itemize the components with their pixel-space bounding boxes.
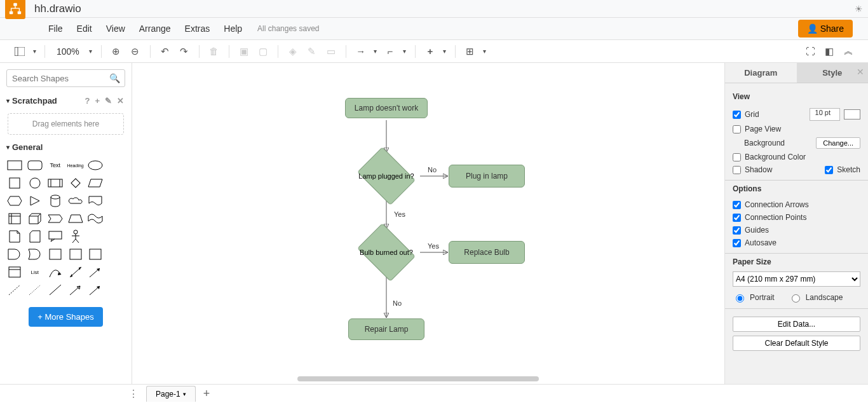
node-lamp-doesnt-work[interactable]: Lamp doesn't work <box>345 98 428 118</box>
chevron-down-icon[interactable]: ▾ <box>441 43 449 60</box>
format-panel-icon[interactable]: ◧ <box>821 43 837 60</box>
shape-cylinder[interactable] <box>47 194 64 208</box>
node-bulb-burned-out[interactable]: Bulb burned out? <box>351 227 421 278</box>
grid-color-swatch[interactable] <box>844 109 860 120</box>
delete-icon[interactable]: 🗑 <box>206 43 222 60</box>
shape-actor[interactable] <box>67 229 84 243</box>
connection-icon[interactable]: → <box>353 43 369 60</box>
menu-extras[interactable]: Extras <box>180 21 215 36</box>
close-icon[interactable]: ✕ <box>116 96 125 106</box>
shape-container2[interactable] <box>87 247 104 261</box>
shape-document[interactable] <box>87 194 104 208</box>
close-icon[interactable]: ✕ <box>857 67 864 77</box>
shape-container[interactable] <box>67 247 84 261</box>
sketch-checkbox[interactable] <box>825 166 833 174</box>
landscape-radio[interactable] <box>792 294 800 303</box>
page-tab-1[interactable]: Page-1 ▾ <box>146 386 196 402</box>
menu-edit[interactable]: Edit <box>72 21 97 36</box>
menu-view[interactable]: View <box>101 21 130 36</box>
to-back-icon[interactable]: ▢ <box>255 43 271 60</box>
sidebar-toggle-icon[interactable] <box>11 43 28 60</box>
shape-triangle[interactable] <box>27 194 43 208</box>
chevron-down-icon[interactable]: ▾ <box>31 43 38 60</box>
autosave-checkbox[interactable] <box>733 239 741 247</box>
shape-blank4[interactable] <box>107 212 124 226</box>
collapse-icon[interactable]: ︽ <box>840 43 857 60</box>
add-page-button[interactable]: + <box>196 387 218 400</box>
shadow-checkbox[interactable] <box>733 166 741 174</box>
more-shapes-button[interactable]: + More Shapes <box>29 307 103 327</box>
shape-process[interactable] <box>47 176 64 190</box>
shape-parallelogram[interactable] <box>87 176 104 190</box>
shape-list-item[interactable]: List <box>27 265 43 279</box>
shadow-icon[interactable]: ▭ <box>323 43 339 60</box>
shape-datastore[interactable] <box>47 247 64 261</box>
insert-icon[interactable]: + <box>422 43 438 60</box>
shape-blank8[interactable] <box>107 265 124 279</box>
edit-data-button[interactable]: Edit Data... <box>733 317 860 332</box>
shape-diamond[interactable] <box>67 176 84 190</box>
node-replace-bulb[interactable]: Replace Bulb <box>449 241 525 264</box>
shape-text[interactable]: Text <box>47 158 64 172</box>
to-front-icon[interactable]: ▣ <box>236 43 252 60</box>
redo-icon[interactable]: ↷ <box>176 43 193 60</box>
shape-hexagon[interactable] <box>6 194 23 208</box>
shape-square[interactable] <box>6 176 23 190</box>
shape-blank[interactable] <box>107 158 124 172</box>
shape-blank5[interactable] <box>87 229 104 243</box>
fill-icon[interactable]: ◈ <box>285 43 301 60</box>
shape-heading[interactable]: Heading <box>67 158 84 172</box>
node-lamp-plugged-in[interactable]: Lamp plugged in? <box>351 151 421 202</box>
tab-diagram[interactable]: Diagram <box>725 63 797 83</box>
undo-icon[interactable]: ↶ <box>157 43 173 60</box>
chevron-down-icon[interactable]: ▾ <box>401 43 409 60</box>
bgcolor-checkbox[interactable] <box>733 153 741 161</box>
search-icon[interactable]: 🔍 <box>109 73 120 83</box>
shape-ellipse[interactable] <box>87 158 104 172</box>
chevron-down-icon[interactable]: ▾ <box>87 43 95 60</box>
shape-circle[interactable] <box>27 176 43 190</box>
menu-help[interactable]: Help <box>219 21 247 36</box>
shape-cube[interactable] <box>27 212 43 226</box>
conn-points-checkbox[interactable] <box>733 214 741 222</box>
scrollbar-horizontal[interactable] <box>297 376 539 381</box>
line-color-icon[interactable]: ✎ <box>304 43 320 60</box>
paper-size-select[interactable]: A4 (210 mm x 297 mm) <box>733 271 860 287</box>
shape-cloud[interactable] <box>67 194 84 208</box>
shape-dashed[interactable] <box>6 283 23 297</box>
pageview-checkbox[interactable] <box>733 125 741 133</box>
fullscreen-icon[interactable]: ⛶ <box>802 43 818 60</box>
shape-blank6[interactable] <box>107 229 124 243</box>
grid-size-input[interactable]: 10 pt <box>810 108 840 121</box>
shape-or[interactable] <box>27 247 43 261</box>
node-plug-in-lamp[interactable]: Plug in lamp <box>449 165 525 188</box>
help-icon[interactable]: ? <box>83 96 91 106</box>
shape-and[interactable] <box>6 247 23 261</box>
shape-step[interactable] <box>47 212 64 226</box>
zoom-value[interactable]: 100% <box>51 46 85 57</box>
shape-internal-storage[interactable] <box>6 212 23 226</box>
chevron-down-icon[interactable]: ▾ <box>372 43 379 60</box>
add-icon[interactable]: + <box>93 96 101 106</box>
waypoint-icon[interactable]: ⌐ <box>382 43 398 60</box>
shape-rect[interactable] <box>6 158 23 172</box>
shape-dotted[interactable] <box>27 283 43 297</box>
general-header[interactable]: ▾ General <box>0 140 132 154</box>
zoom-out-icon[interactable]: ⊖ <box>127 43 144 60</box>
search-input[interactable] <box>6 69 125 87</box>
file-name[interactable]: hh.drawio <box>34 3 81 15</box>
scratchpad-header[interactable]: ▾ Scratchpad ? + ✎ ✕ <box>0 93 132 108</box>
shape-list[interactable] <box>6 265 23 279</box>
theme-icon[interactable]: ☀ <box>855 4 863 14</box>
scratchpad-dropzone[interactable]: Drag elements here <box>8 113 124 135</box>
node-repair-lamp[interactable]: Repair Lamp <box>348 318 424 340</box>
shape-blank7[interactable] <box>107 247 124 261</box>
shape-bidirectional[interactable] <box>67 265 84 279</box>
shape-blank2[interactable] <box>107 176 124 190</box>
shape-curve[interactable] <box>47 265 64 279</box>
edit-icon[interactable]: ✎ <box>104 96 113 106</box>
grid-checkbox[interactable] <box>733 111 741 119</box>
shape-card[interactable] <box>27 229 43 243</box>
shape-tape[interactable] <box>87 212 104 226</box>
pages-menu-icon[interactable]: ⋮ <box>121 388 146 400</box>
